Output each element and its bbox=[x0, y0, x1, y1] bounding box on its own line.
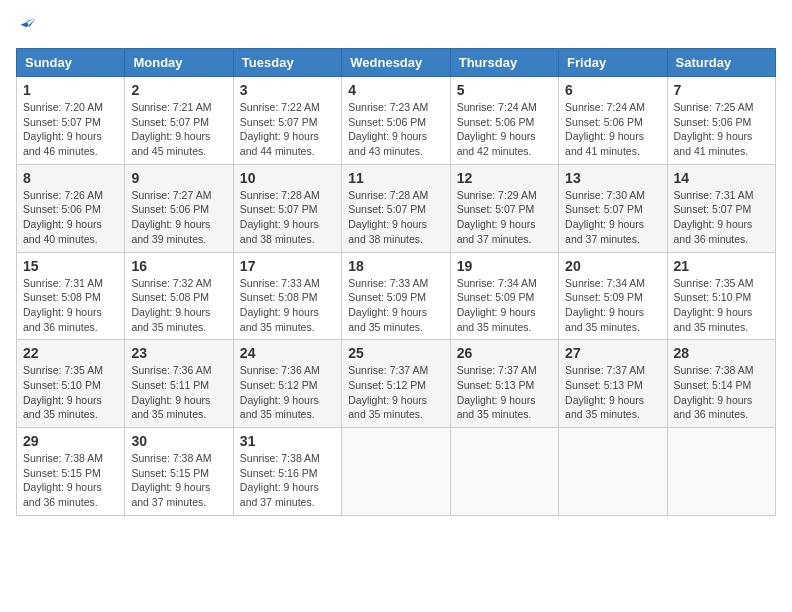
calendar-header-sunday: Sunday bbox=[17, 49, 125, 77]
day-number: 26 bbox=[457, 345, 552, 361]
day-info: Sunrise: 7:20 AMSunset: 5:07 PMDaylight:… bbox=[23, 100, 118, 159]
day-number: 13 bbox=[565, 170, 660, 186]
day-info: Sunrise: 7:36 AMSunset: 5:12 PMDaylight:… bbox=[240, 363, 335, 422]
day-number: 9 bbox=[131, 170, 226, 186]
day-number: 10 bbox=[240, 170, 335, 186]
day-number: 6 bbox=[565, 82, 660, 98]
day-info: Sunrise: 7:35 AMSunset: 5:10 PMDaylight:… bbox=[23, 363, 118, 422]
calendar-cell: 22 Sunrise: 7:35 AMSunset: 5:10 PMDaylig… bbox=[17, 340, 125, 428]
calendar-cell: 14 Sunrise: 7:31 AMSunset: 5:07 PMDaylig… bbox=[667, 164, 775, 252]
calendar-cell: 10 Sunrise: 7:28 AMSunset: 5:07 PMDaylig… bbox=[233, 164, 341, 252]
day-info: Sunrise: 7:27 AMSunset: 5:06 PMDaylight:… bbox=[131, 188, 226, 247]
logo-bird-icon bbox=[18, 16, 38, 36]
calendar-cell: 11 Sunrise: 7:28 AMSunset: 5:07 PMDaylig… bbox=[342, 164, 450, 252]
calendar-cell: 6 Sunrise: 7:24 AMSunset: 5:06 PMDayligh… bbox=[559, 77, 667, 165]
calendar-cell: 15 Sunrise: 7:31 AMSunset: 5:08 PMDaylig… bbox=[17, 252, 125, 340]
day-info: Sunrise: 7:28 AMSunset: 5:07 PMDaylight:… bbox=[240, 188, 335, 247]
calendar-cell: 13 Sunrise: 7:30 AMSunset: 5:07 PMDaylig… bbox=[559, 164, 667, 252]
calendar-week-4: 22 Sunrise: 7:35 AMSunset: 5:10 PMDaylig… bbox=[17, 340, 776, 428]
calendar-cell: 19 Sunrise: 7:34 AMSunset: 5:09 PMDaylig… bbox=[450, 252, 558, 340]
calendar-week-5: 29 Sunrise: 7:38 AMSunset: 5:15 PMDaylig… bbox=[17, 428, 776, 516]
calendar-cell: 27 Sunrise: 7:37 AMSunset: 5:13 PMDaylig… bbox=[559, 340, 667, 428]
calendar-cell: 17 Sunrise: 7:33 AMSunset: 5:08 PMDaylig… bbox=[233, 252, 341, 340]
page-header bbox=[16, 16, 776, 36]
calendar-cell: 2 Sunrise: 7:21 AMSunset: 5:07 PMDayligh… bbox=[125, 77, 233, 165]
day-number: 27 bbox=[565, 345, 660, 361]
calendar-cell: 30 Sunrise: 7:38 AMSunset: 5:15 PMDaylig… bbox=[125, 428, 233, 516]
calendar-cell bbox=[667, 428, 775, 516]
day-number: 30 bbox=[131, 433, 226, 449]
calendar-header-monday: Monday bbox=[125, 49, 233, 77]
day-number: 31 bbox=[240, 433, 335, 449]
calendar-cell bbox=[450, 428, 558, 516]
day-info: Sunrise: 7:38 AMSunset: 5:15 PMDaylight:… bbox=[131, 451, 226, 510]
calendar-cell: 9 Sunrise: 7:27 AMSunset: 5:06 PMDayligh… bbox=[125, 164, 233, 252]
day-info: Sunrise: 7:30 AMSunset: 5:07 PMDaylight:… bbox=[565, 188, 660, 247]
day-number: 1 bbox=[23, 82, 118, 98]
calendar-cell: 21 Sunrise: 7:35 AMSunset: 5:10 PMDaylig… bbox=[667, 252, 775, 340]
day-number: 4 bbox=[348, 82, 443, 98]
day-info: Sunrise: 7:37 AMSunset: 5:13 PMDaylight:… bbox=[457, 363, 552, 422]
day-info: Sunrise: 7:21 AMSunset: 5:07 PMDaylight:… bbox=[131, 100, 226, 159]
calendar-cell: 31 Sunrise: 7:38 AMSunset: 5:16 PMDaylig… bbox=[233, 428, 341, 516]
day-info: Sunrise: 7:38 AMSunset: 5:16 PMDaylight:… bbox=[240, 451, 335, 510]
calendar-cell bbox=[559, 428, 667, 516]
day-info: Sunrise: 7:33 AMSunset: 5:08 PMDaylight:… bbox=[240, 276, 335, 335]
day-info: Sunrise: 7:26 AMSunset: 5:06 PMDaylight:… bbox=[23, 188, 118, 247]
day-info: Sunrise: 7:24 AMSunset: 5:06 PMDaylight:… bbox=[457, 100, 552, 159]
day-info: Sunrise: 7:23 AMSunset: 5:06 PMDaylight:… bbox=[348, 100, 443, 159]
calendar-header-saturday: Saturday bbox=[667, 49, 775, 77]
day-info: Sunrise: 7:24 AMSunset: 5:06 PMDaylight:… bbox=[565, 100, 660, 159]
day-info: Sunrise: 7:37 AMSunset: 5:13 PMDaylight:… bbox=[565, 363, 660, 422]
day-number: 3 bbox=[240, 82, 335, 98]
day-info: Sunrise: 7:22 AMSunset: 5:07 PMDaylight:… bbox=[240, 100, 335, 159]
calendar-cell: 1 Sunrise: 7:20 AMSunset: 5:07 PMDayligh… bbox=[17, 77, 125, 165]
calendar-cell: 8 Sunrise: 7:26 AMSunset: 5:06 PMDayligh… bbox=[17, 164, 125, 252]
day-number: 14 bbox=[674, 170, 769, 186]
day-number: 11 bbox=[348, 170, 443, 186]
day-number: 29 bbox=[23, 433, 118, 449]
day-info: Sunrise: 7:28 AMSunset: 5:07 PMDaylight:… bbox=[348, 188, 443, 247]
calendar-cell: 24 Sunrise: 7:36 AMSunset: 5:12 PMDaylig… bbox=[233, 340, 341, 428]
day-info: Sunrise: 7:29 AMSunset: 5:07 PMDaylight:… bbox=[457, 188, 552, 247]
day-number: 18 bbox=[348, 258, 443, 274]
day-info: Sunrise: 7:34 AMSunset: 5:09 PMDaylight:… bbox=[457, 276, 552, 335]
day-info: Sunrise: 7:31 AMSunset: 5:08 PMDaylight:… bbox=[23, 276, 118, 335]
calendar-cell: 29 Sunrise: 7:38 AMSunset: 5:15 PMDaylig… bbox=[17, 428, 125, 516]
day-number: 21 bbox=[674, 258, 769, 274]
calendar-header-friday: Friday bbox=[559, 49, 667, 77]
day-info: Sunrise: 7:25 AMSunset: 5:06 PMDaylight:… bbox=[674, 100, 769, 159]
day-info: Sunrise: 7:34 AMSunset: 5:09 PMDaylight:… bbox=[565, 276, 660, 335]
day-info: Sunrise: 7:38 AMSunset: 5:14 PMDaylight:… bbox=[674, 363, 769, 422]
calendar-table: SundayMondayTuesdayWednesdayThursdayFrid… bbox=[16, 48, 776, 516]
day-number: 22 bbox=[23, 345, 118, 361]
day-info: Sunrise: 7:38 AMSunset: 5:15 PMDaylight:… bbox=[23, 451, 118, 510]
calendar-cell: 3 Sunrise: 7:22 AMSunset: 5:07 PMDayligh… bbox=[233, 77, 341, 165]
day-number: 19 bbox=[457, 258, 552, 274]
calendar-header-wednesday: Wednesday bbox=[342, 49, 450, 77]
calendar-header-tuesday: Tuesday bbox=[233, 49, 341, 77]
calendar-cell: 20 Sunrise: 7:34 AMSunset: 5:09 PMDaylig… bbox=[559, 252, 667, 340]
calendar-cell: 7 Sunrise: 7:25 AMSunset: 5:06 PMDayligh… bbox=[667, 77, 775, 165]
day-number: 8 bbox=[23, 170, 118, 186]
day-number: 15 bbox=[23, 258, 118, 274]
calendar-week-1: 1 Sunrise: 7:20 AMSunset: 5:07 PMDayligh… bbox=[17, 77, 776, 165]
calendar-cell bbox=[342, 428, 450, 516]
day-number: 17 bbox=[240, 258, 335, 274]
day-number: 20 bbox=[565, 258, 660, 274]
day-info: Sunrise: 7:32 AMSunset: 5:08 PMDaylight:… bbox=[131, 276, 226, 335]
calendar-cell: 16 Sunrise: 7:32 AMSunset: 5:08 PMDaylig… bbox=[125, 252, 233, 340]
calendar-cell: 12 Sunrise: 7:29 AMSunset: 5:07 PMDaylig… bbox=[450, 164, 558, 252]
calendar-cell: 4 Sunrise: 7:23 AMSunset: 5:06 PMDayligh… bbox=[342, 77, 450, 165]
day-number: 28 bbox=[674, 345, 769, 361]
calendar-cell: 25 Sunrise: 7:37 AMSunset: 5:12 PMDaylig… bbox=[342, 340, 450, 428]
day-number: 16 bbox=[131, 258, 226, 274]
day-info: Sunrise: 7:37 AMSunset: 5:12 PMDaylight:… bbox=[348, 363, 443, 422]
logo bbox=[16, 16, 38, 36]
day-number: 23 bbox=[131, 345, 226, 361]
calendar-week-3: 15 Sunrise: 7:31 AMSunset: 5:08 PMDaylig… bbox=[17, 252, 776, 340]
calendar-cell: 26 Sunrise: 7:37 AMSunset: 5:13 PMDaylig… bbox=[450, 340, 558, 428]
day-info: Sunrise: 7:35 AMSunset: 5:10 PMDaylight:… bbox=[674, 276, 769, 335]
day-number: 7 bbox=[674, 82, 769, 98]
calendar-cell: 28 Sunrise: 7:38 AMSunset: 5:14 PMDaylig… bbox=[667, 340, 775, 428]
